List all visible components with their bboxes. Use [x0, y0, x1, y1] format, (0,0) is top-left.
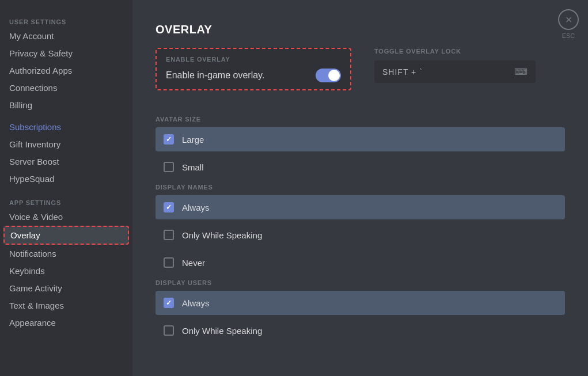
- close-icon: ✕: [565, 14, 572, 25]
- top-section: ENABLE OVERLAY Enable in-game overlay. T…: [155, 48, 565, 102]
- sidebar-item-authorized-apps[interactable]: Authorized Apps: [3, 62, 129, 79]
- divider: [9, 189, 123, 190]
- sidebar-item-label: Privacy & Safety: [9, 48, 73, 58]
- avatar-size-large[interactable]: ✓ Large: [155, 127, 565, 151]
- checkbox-dn-always: ✓: [164, 202, 174, 212]
- sidebar-item-subscriptions[interactable]: Subscriptions: [3, 119, 129, 135]
- display-names-always[interactable]: ✓ Always: [155, 195, 565, 219]
- overlay-toggle[interactable]: [316, 69, 341, 82]
- display-names-never-label: Never: [182, 258, 205, 268]
- sidebar-item-text-images[interactable]: Text & Images: [3, 297, 129, 314]
- page-title: OVERLAY: [155, 23, 565, 36]
- sidebar-item-label: Connections: [9, 83, 57, 93]
- sidebar-item-privacy-safety[interactable]: Privacy & Safety: [3, 45, 129, 62]
- sidebar-item-label: Game Activity: [9, 283, 62, 293]
- sidebar-item-server-boost[interactable]: Server Boost: [3, 153, 129, 170]
- display-users-always[interactable]: ✓ Always: [155, 291, 565, 315]
- sidebar-item-label: Server Boost: [9, 157, 59, 166]
- display-names-always-label: Always: [182, 203, 210, 212]
- sidebar-item-label: Authorized Apps: [9, 66, 72, 75]
- sidebar-item-label: Gift Inventory: [9, 139, 60, 149]
- display-users-speaking[interactable]: Only While Speaking: [155, 318, 565, 343]
- esc-label: ESC: [558, 32, 579, 39]
- checkbox-large: ✓: [164, 134, 174, 145]
- avatar-size-small[interactable]: Small: [155, 155, 565, 179]
- sidebar-item-keybinds[interactable]: Keybinds: [3, 263, 129, 279]
- keybind-text: SHIFT + `: [382, 67, 423, 77]
- sidebar-item-voice-video[interactable]: Voice & Video: [3, 208, 129, 225]
- sidebar-item-appearance[interactable]: Appearance: [3, 314, 129, 331]
- display-names-header: DISPLAY NAMES: [155, 184, 565, 191]
- sidebar-item-my-account[interactable]: My Account: [3, 28, 129, 44]
- sidebar-item-connections[interactable]: Connections: [3, 79, 129, 96]
- avatar-size-small-label: Small: [182, 162, 204, 172]
- checkbox-du-always: ✓: [164, 298, 174, 308]
- sidebar-item-label: My Account: [9, 31, 54, 41]
- avatar-size-header: AVATAR SIZE: [155, 116, 565, 123]
- keyboard-icon: ⌨: [514, 66, 528, 77]
- sidebar-item-hypesquad[interactable]: HypeSquad: [3, 170, 129, 187]
- overlay-lock-label: TOGGLE OVERLAY LOCK: [374, 48, 565, 55]
- enable-overlay-text: Enable in-game overlay.: [166, 70, 264, 81]
- toggle-row: Enable in-game overlay.: [166, 69, 341, 82]
- close-button[interactable]: ✕: [558, 9, 579, 30]
- app-settings-label: APP SETTINGS: [3, 195, 129, 208]
- sidebar: USER SETTINGS My Account Privacy & Safet…: [0, 0, 132, 376]
- sidebar-item-billing[interactable]: Billing: [3, 97, 129, 113]
- enable-overlay-box: ENABLE OVERLAY Enable in-game overlay.: [155, 48, 351, 90]
- checkbox-dn-speaking: [164, 230, 174, 240]
- sidebar-item-notifications[interactable]: Notifications: [3, 245, 129, 262]
- sidebar-item-game-activity[interactable]: Game Activity: [3, 280, 129, 297]
- sidebar-item-label: Notifications: [9, 249, 56, 259]
- enable-overlay-label: ENABLE OVERLAY: [166, 56, 341, 63]
- sidebar-item-label: HypeSquad: [9, 174, 54, 184]
- checkbox-dn-never: [164, 257, 174, 268]
- display-users-speaking-label: Only While Speaking: [182, 326, 262, 336]
- toggle-knob: [328, 70, 340, 81]
- display-users-header: DISPLAY USERS: [155, 279, 565, 286]
- display-names-speaking-label: Only While Speaking: [182, 230, 262, 240]
- sidebar-item-overlay[interactable]: Overlay: [3, 226, 129, 245]
- sidebar-item-label: Text & Images: [9, 301, 64, 310]
- keybind-row[interactable]: SHIFT + ` ⌨: [374, 60, 536, 83]
- sidebar-item-label: Voice & Video: [9, 212, 63, 222]
- overlay-lock-section: TOGGLE OVERLAY LOCK SHIFT + ` ⌨: [374, 48, 565, 83]
- user-settings-label: USER SETTINGS: [3, 14, 129, 28]
- checkbox-small: [164, 162, 174, 172]
- sidebar-item-label: Appearance: [9, 318, 56, 328]
- sidebar-item-label: Keybinds: [9, 266, 45, 276]
- checkbox-du-speaking: [164, 325, 174, 336]
- divider: [9, 116, 123, 116]
- display-names-speaking[interactable]: Only While Speaking: [155, 223, 565, 247]
- sidebar-item-label: Subscriptions: [9, 122, 61, 132]
- sidebar-item-label: Overlay: [10, 230, 40, 240]
- sidebar-item-gift-inventory[interactable]: Gift Inventory: [3, 136, 129, 153]
- main-content: OVERLAY ENABLE OVERLAY Enable in-game ov…: [132, 0, 588, 376]
- avatar-size-large-label: Large: [182, 135, 204, 145]
- display-users-always-label: Always: [182, 298, 210, 308]
- sidebar-item-label: Billing: [9, 100, 32, 110]
- display-names-never[interactable]: Never: [155, 250, 565, 275]
